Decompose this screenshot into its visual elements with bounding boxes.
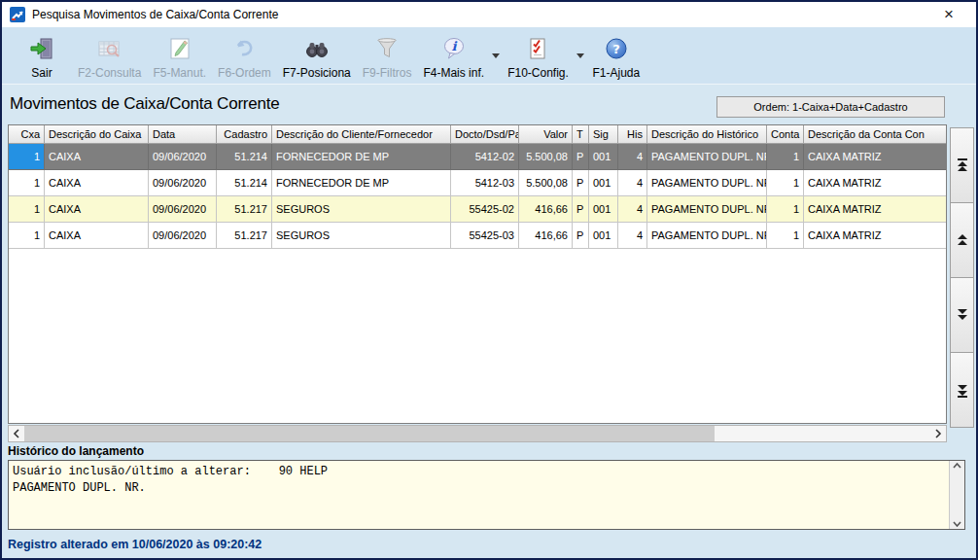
- table-cell: CAIXA: [45, 144, 149, 170]
- f10-config-label: F10-Config.: [507, 66, 569, 80]
- status-message: Registro alterado em 10/06/2020 às 09:20…: [8, 538, 262, 551]
- table-cell: 001: [589, 144, 618, 170]
- table-cell: P: [573, 170, 589, 196]
- checklist-icon: [525, 36, 550, 61]
- column-header-10[interactable]: Descrição do Histórico: [647, 125, 767, 144]
- column-header-2[interactable]: Data: [149, 125, 217, 144]
- sair-button[interactable]: Sair: [12, 32, 72, 80]
- first-record-button[interactable]: [950, 127, 974, 203]
- table-cell: 4: [618, 196, 647, 223]
- undo-arrow-icon: [231, 36, 257, 61]
- table-cell: SEGUROS: [272, 196, 451, 223]
- table-row[interactable]: 1CAIXA09/06/202051.214FORNECEDOR DE MP54…: [9, 144, 946, 170]
- table-cell: FORNECEDOR DE MP: [272, 144, 451, 170]
- f7-posiciona-label: F7-Posiciona: [283, 66, 351, 80]
- f9-filtros-label: F9-Filtros: [363, 66, 412, 80]
- help-question-icon: ?: [604, 36, 629, 61]
- grid-header: CxaDescrição do CaixaDataCadastroDescriç…: [9, 125, 946, 144]
- column-header-8[interactable]: Sig: [589, 125, 618, 144]
- table-cell: 1: [767, 170, 804, 196]
- table-cell: CAIXA: [45, 170, 149, 196]
- table-cell: 09/06/2020: [149, 170, 217, 196]
- table-cell: 51.217: [217, 223, 272, 249]
- sair-label: Sair: [31, 66, 52, 80]
- binoculars-icon: [303, 36, 331, 61]
- f1-ajuda-button[interactable]: ? F1-Ajuda: [586, 32, 646, 80]
- scroll-right-icon[interactable]: [930, 426, 946, 441]
- history-vertical-scrollbar[interactable]: [949, 461, 964, 529]
- table-cell: PAGAMENTO DUPL. NR.: [647, 196, 767, 223]
- f4-mais-inf-label: F4-Mais inf.: [423, 66, 484, 80]
- f5-manut-button[interactable]: F5-Manut.: [147, 32, 212, 80]
- scroll-left-icon[interactable]: [9, 426, 24, 441]
- f4-mais-inf-button[interactable]: i F4-Mais inf.: [417, 32, 490, 80]
- table-cell: 416,66: [519, 196, 573, 223]
- table-cell: SEGUROS: [272, 223, 451, 249]
- mais-inf-dropdown-arrow[interactable]: [492, 53, 500, 58]
- column-header-7[interactable]: T: [573, 125, 589, 144]
- table-cell: 51.214: [217, 144, 272, 170]
- table-cell: 001: [589, 170, 618, 196]
- column-header-4[interactable]: Descrição do Cliente/Fornecedor: [272, 125, 451, 144]
- table-cell: CAIXA MATRIZ: [804, 223, 947, 249]
- history-textarea[interactable]: Usuário inclusão/último a alterar: 90 HE…: [8, 460, 965, 530]
- table-row[interactable]: 1CAIXA09/06/202051.217SEGUROS55425-03416…: [9, 223, 946, 249]
- table-cell: CAIXA: [45, 223, 149, 249]
- toolbar: Sair F2-Consulta F5-Manut.: [2, 27, 976, 85]
- table-cell: 09/06/2020: [149, 223, 217, 249]
- table-cell: FORNECEDOR DE MP: [272, 170, 451, 196]
- table-cell: P: [573, 223, 589, 249]
- history-text: Usuário inclusão/último a alterar: 90 HE…: [13, 464, 945, 526]
- f2-consulta-label: F2-Consulta: [78, 66, 141, 80]
- info-balloon-icon: i: [441, 36, 467, 61]
- close-button[interactable]: ×: [929, 2, 968, 27]
- table-cell: PAGAMENTO DUPL. NR.: [647, 170, 767, 196]
- f9-filtros-button[interactable]: F9-Filtros: [357, 32, 418, 80]
- prior-page-button[interactable]: [950, 202, 974, 278]
- nav-next-page-icon: [957, 309, 968, 322]
- table-cell: 1: [767, 223, 804, 249]
- titlebar: Pesquisa Movimentos de Caixa/Conta Corre…: [2, 2, 976, 27]
- app-window: Pesquisa Movimentos de Caixa/Conta Corre…: [0, 0, 978, 560]
- f6-ordem-button[interactable]: F6-Ordem: [212, 32, 277, 80]
- table-cell: 4: [618, 144, 647, 170]
- column-header-0[interactable]: Cxa: [9, 125, 45, 144]
- table-cell: 1: [9, 170, 45, 196]
- table-cell: 51.217: [217, 196, 272, 223]
- column-header-6[interactable]: Valor: [519, 125, 573, 144]
- grid-body: 1CAIXA09/06/202051.214FORNECEDOR DE MP54…: [9, 144, 946, 249]
- table-cell: 5412-03: [451, 170, 519, 196]
- table-cell: P: [573, 144, 589, 170]
- f10-config-button[interactable]: F10-Config.: [502, 32, 575, 80]
- column-header-11[interactable]: Conta: [767, 125, 804, 144]
- scroll-down-icon[interactable]: [953, 521, 961, 527]
- horizontal-scrollbar[interactable]: [8, 425, 947, 442]
- table-cell: 5.500,08: [519, 144, 573, 170]
- scroll-up-icon[interactable]: [953, 463, 961, 469]
- horizontal-scroll-thumb[interactable]: [24, 426, 715, 441]
- table-cell: 4: [618, 170, 647, 196]
- f7-posiciona-button[interactable]: F7-Posiciona: [277, 32, 357, 80]
- table-cell: CAIXA MATRIZ: [804, 144, 947, 170]
- table-cell: 55425-03: [451, 223, 519, 249]
- horizontal-scroll-track[interactable]: [24, 426, 930, 441]
- edit-pencil-icon: [167, 36, 192, 61]
- movements-grid: CxaDescrição do CaixaDataCadastroDescriç…: [8, 124, 947, 424]
- column-header-12[interactable]: Descrição da Conta Con: [804, 125, 947, 144]
- filter-funnel-icon: [374, 36, 400, 61]
- table-row[interactable]: 1CAIXA09/06/202051.217SEGUROS55425-02416…: [9, 196, 946, 223]
- column-header-3[interactable]: Cadastro: [217, 125, 272, 144]
- table-cell: PAGAMENTO DUPL. NR.: [647, 223, 767, 249]
- table-row[interactable]: 1CAIXA09/06/202051.214FORNECEDOR DE MP54…: [9, 170, 946, 196]
- column-header-5[interactable]: Docto/Dsd/Par: [451, 125, 519, 144]
- next-page-button[interactable]: [950, 277, 974, 353]
- f2-consulta-button[interactable]: F2-Consulta: [72, 32, 147, 80]
- column-header-1[interactable]: Descrição do Caixa: [45, 125, 149, 144]
- last-record-button[interactable]: [950, 352, 974, 428]
- column-header-9[interactable]: His: [618, 125, 647, 144]
- app-icon: [10, 7, 25, 22]
- history-section-label: Histórico do lançamento: [8, 444, 144, 458]
- order-button[interactable]: Ordem: 1-Caixa+Data+Cadastro: [716, 96, 945, 118]
- exit-door-icon: [29, 36, 54, 61]
- config-dropdown-arrow[interactable]: [576, 53, 584, 58]
